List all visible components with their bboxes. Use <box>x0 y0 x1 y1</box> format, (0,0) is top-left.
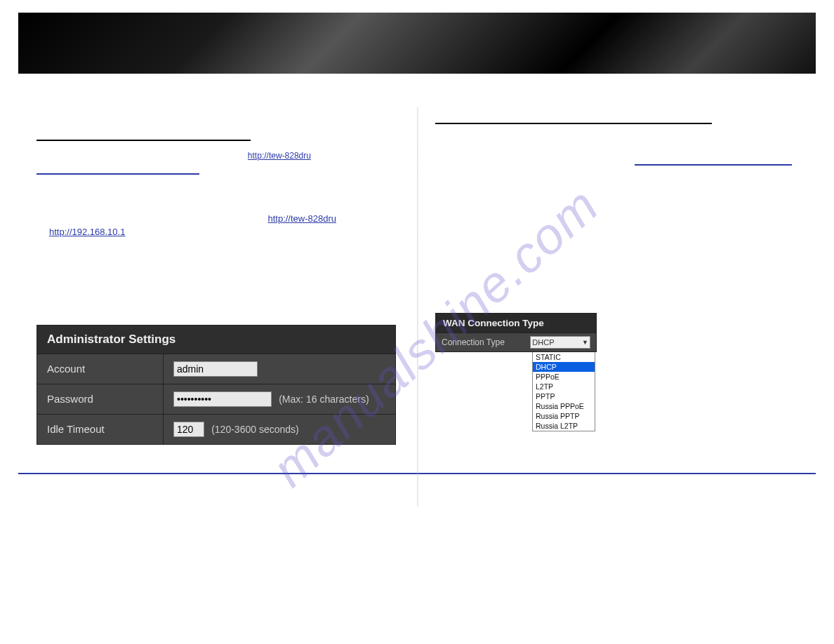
admin-account-input[interactable] <box>173 361 258 377</box>
wan-option-russia-l2tp[interactable]: Russia L2TP <box>533 421 595 431</box>
admin-password-input[interactable] <box>173 391 272 407</box>
left-column: Advanced Router Setup Access your router… <box>18 107 417 445</box>
left-step-2: For added security, the router is precon… <box>49 245 399 311</box>
right-column: Manual Internet Connection Setup Network… <box>417 107 816 445</box>
right-step-2: Click on Network and click on WAN Settin… <box>448 185 797 198</box>
wan-option-russia-pppoe[interactable]: Russia PPPoE <box>533 401 595 411</box>
left-steps: Open your web browser and go to URL/doma… <box>49 213 399 311</box>
link-domain[interactable]: http://tew-828dru <box>248 151 311 161</box>
right-step-4: Complete the fields required by your ISP… <box>448 235 797 248</box>
left-intro: Note: Your router management page URL/do… <box>37 149 399 200</box>
footer-page-number: 19 <box>805 477 813 485</box>
right-heading: Manual Internet Connection Setup <box>435 107 797 120</box>
admin-password-cell: (Max: 16 characters) <box>164 384 396 414</box>
admin-account-cell <box>164 354 396 384</box>
link-domain-2[interactable]: http://tew-828dru <box>267 213 336 224</box>
header-banner: TRENDnet User's Guide TEW-828DRU <box>18 13 816 74</box>
right-step-5: Complete the optional settings only if r… <box>448 254 797 267</box>
admin-idle-input[interactable] <box>173 422 204 437</box>
admin-password-hint: (Max: 16 characters) <box>279 394 369 405</box>
admin-settings-panel: Administrator Settings Account Password … <box>37 325 399 445</box>
left-step-1: Open your web browser and go to URL/doma… <box>49 213 399 239</box>
admin-idle-label: Idle Timeout <box>37 414 164 444</box>
right-step1-underline <box>635 157 792 166</box>
wan-connection-panel: WAN Connection Type Connection Type DHCP… <box>435 313 597 352</box>
link-ip-underline <box>37 166 199 175</box>
left-heading-sub: Access your router management page <box>37 126 399 137</box>
right-nav: Network > WAN Setting <box>435 133 797 145</box>
wan-option-russia-pptp[interactable]: Russia PPTP <box>533 411 595 421</box>
right-step-1: Log into your router management page (se… <box>448 152 797 179</box>
chevron-down-icon: ▼ <box>582 339 588 346</box>
brand-text: TRENDnet User's Guide <box>18 13 816 37</box>
wan-option-pppoe[interactable]: PPPoE <box>533 372 595 382</box>
wan-option-pptp[interactable]: PPTP <box>533 391 595 401</box>
wan-connection-title: WAN Connection Type <box>436 314 596 333</box>
wan-connection-dropdown[interactable]: STATIC DHCP PPPoE L2TP PPTP Russia PPPoE… <box>532 352 595 431</box>
admin-idle-cell: (120-3600 seconds) <box>164 414 396 444</box>
right-step-3: In WAN Connection Type drop-down list, c… <box>448 203 797 230</box>
wan-connection-select[interactable]: DHCP ▼ <box>530 336 590 349</box>
model-text: TEW-828DRU <box>743 18 802 28</box>
left-heading-main: Advanced Router Setup <box>37 107 399 121</box>
wan-option-dhcp[interactable]: DHCP <box>533 362 595 372</box>
link-ip-2[interactable]: http://192.168.10.1 <box>49 227 125 237</box>
wan-connection-label: Connection Type <box>442 337 530 347</box>
link-access-router[interactable]: Access your router management page <box>448 166 602 177</box>
wan-selected-value: DHCP <box>532 338 554 347</box>
right-note: Note: If you are unsure which Internet c… <box>435 293 797 306</box>
footer-copyright: © Copyright 2016 TRENDnet. All Rights Re… <box>21 477 194 485</box>
admin-account-label: Account <box>37 354 164 384</box>
wan-option-l2tp[interactable]: L2TP <box>533 382 595 391</box>
admin-settings-title: Administrator Settings <box>37 325 396 354</box>
admin-idle-hint: (120-3600 seconds) <box>211 424 299 435</box>
wan-option-static[interactable]: STATIC <box>533 352 595 362</box>
right-heading-underline <box>435 123 712 124</box>
right-step-6: To save changes, click Apply . <box>448 273 797 286</box>
admin-password-label: Password <box>37 384 164 414</box>
left-heading-underline <box>37 140 251 141</box>
right-steps: Log into your router management page (se… <box>448 152 797 286</box>
